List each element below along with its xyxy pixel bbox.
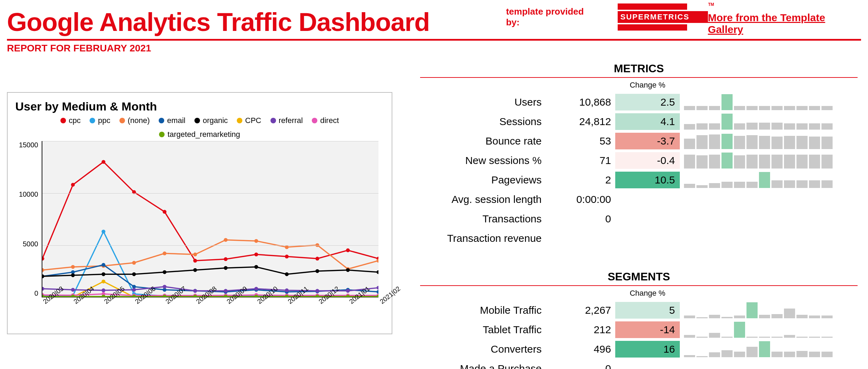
svg-point-6 [224,257,227,261]
svg-point-4 [163,210,167,214]
svg-point-83 [376,286,378,290]
metric-value: 71 [545,155,615,166]
segment-change: 5 [615,302,680,319]
legend-swatch [237,118,242,123]
metric-change: 4.1 [615,113,680,130]
segment-row: Converters49616 [420,339,858,359]
svg-point-30 [224,238,227,242]
segment-change [615,360,680,369]
series-line [42,267,378,276]
legend-label: email [167,116,185,125]
svg-point-47 [376,290,378,294]
svg-point-2 [102,160,106,164]
svg-point-75 [132,288,136,292]
svg-point-79 [254,287,258,291]
svg-point-62 [102,280,106,284]
svg-point-76 [163,285,167,289]
svg-point-7 [254,253,258,256]
legend-item: direct [312,116,339,125]
legend-item: targeted_remarketing [159,130,240,139]
metric-value: 0 [545,213,615,225]
svg-point-48 [42,274,44,278]
svg-point-24 [42,268,44,272]
legend-item: referral [270,116,303,125]
segment-label: Mobile Traffic [420,304,545,316]
metric-sparkline [681,133,844,149]
metric-label: Sessions [420,116,545,128]
segment-value: 0 [545,363,615,369]
legend-swatch [312,118,317,123]
legend-swatch [270,118,276,123]
svg-point-57 [315,269,319,273]
svg-point-14 [102,230,106,233]
metric-value: 24,812 [545,116,615,128]
segment-value: 2,267 [545,304,615,316]
svg-point-8 [285,255,289,259]
metric-value: 2 [545,174,615,186]
segment-row: Made a Purchase0 [420,359,858,369]
legend-label: referral [279,116,303,125]
legend-label: cpc [69,116,81,125]
metric-sparkline [681,153,844,169]
svg-point-25 [71,265,75,269]
svg-point-51 [132,272,136,276]
segment-sparkline [681,322,844,338]
metric-row: Users10,8682.5 [420,92,858,112]
metric-label: New sessions % [420,155,545,166]
svg-point-10 [346,248,350,252]
legend-swatch [90,118,95,123]
metric-label: Bounce rate [420,135,545,147]
svg-point-73 [71,288,75,292]
legend-swatch [60,118,66,123]
metric-sparkline [681,172,844,188]
metric-label: Pageviews [420,174,545,186]
segment-value: 496 [545,343,615,355]
metric-change [615,230,680,247]
svg-point-50 [102,272,106,276]
legend-item: cpc [60,116,81,125]
segments-heading: SEGMENTS [420,269,858,286]
legend-label: ppc [98,116,110,125]
metric-change: 2.5 [615,94,680,110]
svg-point-28 [163,252,167,255]
svg-point-29 [193,253,197,256]
legend-swatch [119,118,125,123]
metrics-panel: METRICS Change %Users10,8682.5Sessions24… [420,61,858,248]
legend-label: CPC [245,116,261,125]
segment-label: Made a Purchase [420,363,545,369]
metric-row: Transactions0 [420,209,858,229]
metric-sparkline [681,94,844,110]
metric-sparkline [681,211,844,227]
segment-label: Converters [420,343,545,355]
metric-sparkline [681,230,844,246]
legend-item: (none) [119,116,150,125]
svg-point-54 [224,266,227,270]
metric-label: Transaction revenue [420,232,545,244]
metric-label: Transactions [420,213,545,225]
series-line [42,162,378,261]
chart-legend: cpcppc(none)emailorganicCPCreferraldirec… [33,116,366,139]
svg-point-32 [285,245,289,249]
metric-value: 53 [545,135,615,147]
metric-label: Users [420,96,545,108]
svg-point-38 [102,263,106,267]
chart-panel: User by Medium & Month cpcppc(none)email… [7,92,392,334]
report-period: REPORT FOR FEBRUARY 2021 [7,43,861,54]
segment-sparkline [681,341,844,357]
metric-change: -3.7 [615,133,680,149]
svg-point-55 [254,265,258,269]
page-title: Google Analytics Traffic Dashboard [7,7,471,37]
metric-change: -0.4 [615,152,680,169]
svg-point-1 [71,183,75,187]
segment-label: Tablet Traffic [420,324,545,336]
metric-change [615,191,680,208]
segments-panel: SEGMENTS Change %Mobile Traffic2,2675Tab… [420,269,858,369]
provided-by-label: template provided by: [506,6,596,28]
svg-point-56 [285,272,289,276]
legend-label: (none) [128,116,150,125]
svg-point-52 [163,270,167,274]
metric-change [615,211,680,227]
metric-row: Sessions24,8124.1 [420,112,858,131]
template-gallery-link[interactable]: More from the Template Gallery [708,12,861,37]
metric-value: 0:00:00 [545,194,615,205]
